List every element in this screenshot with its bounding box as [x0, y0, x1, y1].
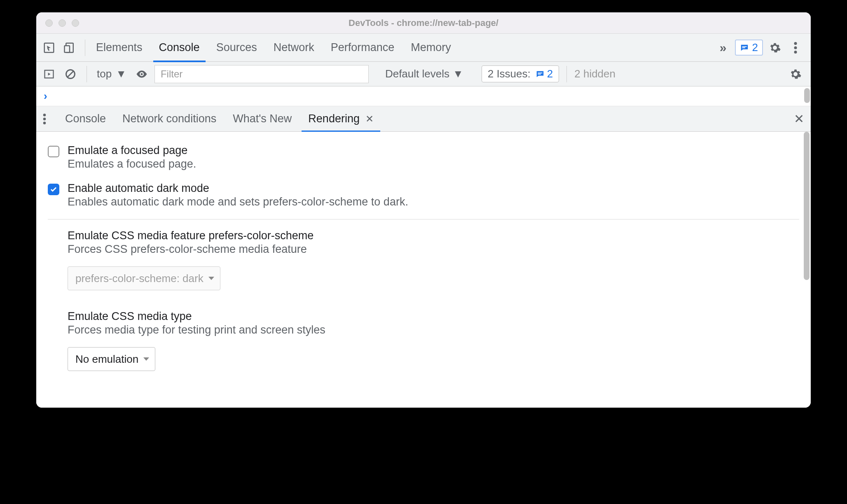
tab-performance[interactable]: Performance	[331, 34, 395, 62]
svg-point-14	[43, 114, 46, 117]
dropdown-icon	[143, 357, 149, 361]
tab-label: Sources	[216, 41, 257, 54]
tab-memory[interactable]: Memory	[411, 34, 451, 62]
separator	[85, 40, 85, 56]
tab-label: Elements	[96, 41, 143, 54]
divider	[48, 219, 799, 219]
drawer-tab-network-conditions[interactable]: Network conditions	[122, 106, 216, 132]
option-desc: Emulates a focused page.	[68, 158, 196, 170]
select-value: prefers-color-scheme: dark	[75, 272, 204, 285]
checkbox-emulate-focused[interactable]	[48, 146, 59, 157]
svg-point-7	[794, 51, 797, 54]
more-options-icon[interactable]	[787, 39, 804, 56]
messages-badge[interactable]: 2	[735, 40, 763, 56]
svg-rect-13	[538, 74, 540, 75]
toggle-sidebar-icon[interactable]	[40, 65, 58, 83]
separator	[566, 66, 567, 82]
rendering-panel: Emulate a focused page Emulates a focuse…	[36, 132, 811, 408]
levels-label: Default levels	[385, 68, 449, 80]
option-auto-dark-mode: Enable automatic dark mode Enables autom…	[48, 178, 799, 216]
svg-rect-2	[65, 46, 70, 52]
check-icon	[50, 186, 57, 193]
option-emulate-focused-page: Emulate a focused page Emulates a focuse…	[48, 140, 799, 178]
section-prefers-color-scheme: Emulate CSS media feature prefers-color-…	[48, 229, 799, 290]
close-tab-icon[interactable]: ✕	[365, 113, 374, 125]
tab-sources[interactable]: Sources	[216, 34, 257, 62]
message-icon	[740, 43, 749, 52]
select-prefers-color-scheme[interactable]: prefers-color-scheme: dark	[68, 266, 220, 290]
svg-point-15	[43, 117, 46, 120]
svg-point-5	[794, 42, 797, 45]
issues-label: 2 Issues:	[488, 68, 531, 80]
prompt-caret-icon: ›	[44, 90, 47, 103]
dropdown-icon	[208, 277, 214, 280]
select-value: No emulation	[75, 353, 138, 366]
svg-rect-4	[742, 47, 745, 48]
svg-rect-3	[742, 46, 746, 47]
main-toolbar: Elements Console Sources Network Perform…	[36, 34, 811, 62]
section-title: Emulate CSS media feature prefers-color-…	[68, 229, 799, 242]
context-selector[interactable]: top ▼	[94, 68, 129, 80]
section-media-type: Emulate CSS media type Forces media type…	[48, 310, 799, 371]
checkbox-auto-dark-mode[interactable]	[48, 184, 59, 195]
issues-button[interactable]: 2 Issues: 2	[482, 65, 559, 82]
tab-label: Console	[159, 41, 200, 54]
live-expression-icon[interactable]	[133, 65, 150, 83]
section-desc: Forces CSS prefers-color-scheme media fe…	[68, 243, 799, 256]
tab-label: Rendering	[308, 112, 360, 125]
option-desc: Enables automatic dark mode and sets pre…	[68, 196, 408, 208]
scrollbar-thumb[interactable]	[804, 88, 810, 103]
drawer-tabs: Console Network conditions What's New Re…	[36, 106, 811, 132]
window-title: DevTools - chrome://new-tab-page/	[36, 18, 811, 28]
dropdown-icon: ▼	[453, 68, 463, 80]
drawer-more-icon[interactable]	[40, 114, 49, 124]
select-media-type[interactable]: No emulation	[68, 347, 155, 371]
filter-input[interactable]	[154, 65, 369, 83]
hidden-count[interactable]: 2 hidden	[574, 68, 615, 80]
panel-scrollbar-thumb[interactable]	[804, 132, 810, 280]
tab-console[interactable]: Console	[159, 34, 200, 62]
clear-console-icon[interactable]	[62, 65, 79, 83]
console-prompt[interactable]: ›	[36, 86, 811, 106]
badge-count: 2	[752, 41, 758, 54]
dropdown-icon: ▼	[116, 68, 126, 80]
section-title: Emulate CSS media type	[68, 310, 799, 323]
drawer-tab-console[interactable]: Console	[65, 106, 106, 132]
message-icon	[536, 70, 545, 79]
main-tabs: Elements Console Sources Network Perform…	[96, 34, 451, 62]
option-title: Enable automatic dark mode	[68, 182, 408, 195]
console-subbar: top ▼ Default levels ▼ 2 Issues: 2 2 hid…	[36, 62, 811, 86]
inspect-element-icon[interactable]	[40, 39, 58, 56]
device-toggle-icon[interactable]	[61, 39, 78, 56]
option-title: Emulate a focused page	[68, 144, 196, 157]
tab-label: Network conditions	[122, 112, 216, 125]
svg-rect-12	[538, 72, 542, 73]
tab-label: Memory	[411, 41, 451, 54]
section-desc: Forces media type for testing print and …	[68, 324, 799, 336]
tab-elements[interactable]: Elements	[96, 34, 143, 62]
tab-label: What's New	[233, 112, 292, 125]
context-label: top	[97, 68, 112, 80]
console-settings-icon[interactable]	[787, 65, 804, 83]
svg-point-6	[794, 46, 797, 49]
issues-count: 2	[547, 68, 553, 80]
more-tabs-icon[interactable]: »	[715, 41, 732, 55]
titlebar: DevTools - chrome://new-tab-page/	[36, 12, 811, 34]
tab-label: Network	[274, 41, 314, 54]
close-drawer-icon[interactable]: ✕	[794, 112, 804, 126]
tab-network[interactable]: Network	[274, 34, 314, 62]
drawer-tab-rendering[interactable]: Rendering ✕	[308, 106, 374, 132]
tab-label: Console	[65, 112, 106, 125]
tab-label: Performance	[331, 41, 395, 54]
log-levels-selector[interactable]: Default levels ▼	[385, 68, 463, 80]
svg-point-11	[140, 73, 143, 75]
drawer-tab-whats-new[interactable]: What's New	[233, 106, 292, 132]
devtools-window: DevTools - chrome://new-tab-page/ Elemen…	[36, 12, 811, 408]
svg-line-10	[68, 71, 73, 77]
svg-point-16	[43, 121, 46, 124]
separator	[87, 66, 87, 82]
settings-icon[interactable]	[766, 39, 784, 56]
